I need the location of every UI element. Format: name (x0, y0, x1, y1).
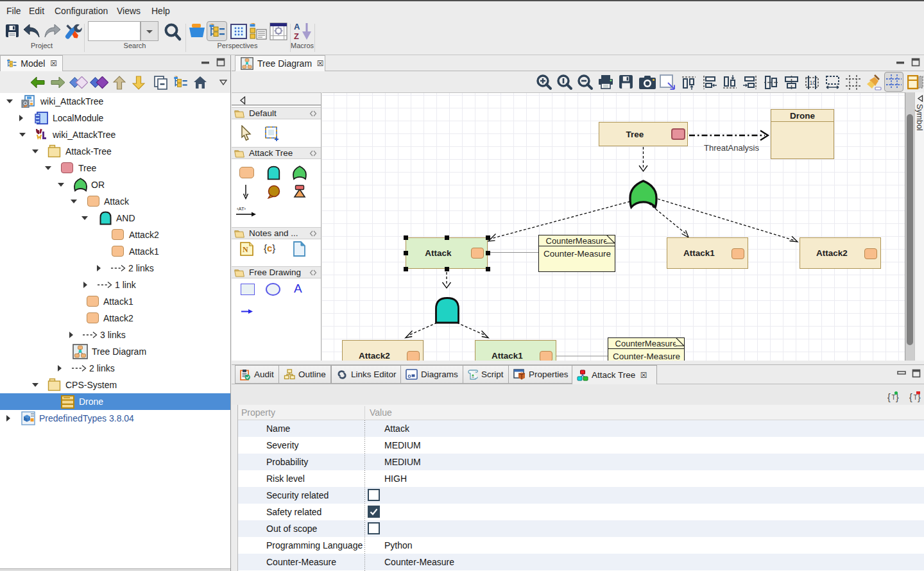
svg-text:N: N (243, 245, 248, 254)
svg-text:Z: Z (294, 31, 299, 41)
svg-text:T: T (914, 394, 918, 401)
svg-text:T: T (892, 394, 896, 401)
svg-text:A: A (294, 22, 300, 31)
svg-text:10: 10 (810, 80, 816, 86)
svg-text:{: { (887, 392, 891, 402)
svg-text:‹AT›: ‹AT› (237, 206, 246, 212)
svg-text:{: { (909, 392, 912, 402)
